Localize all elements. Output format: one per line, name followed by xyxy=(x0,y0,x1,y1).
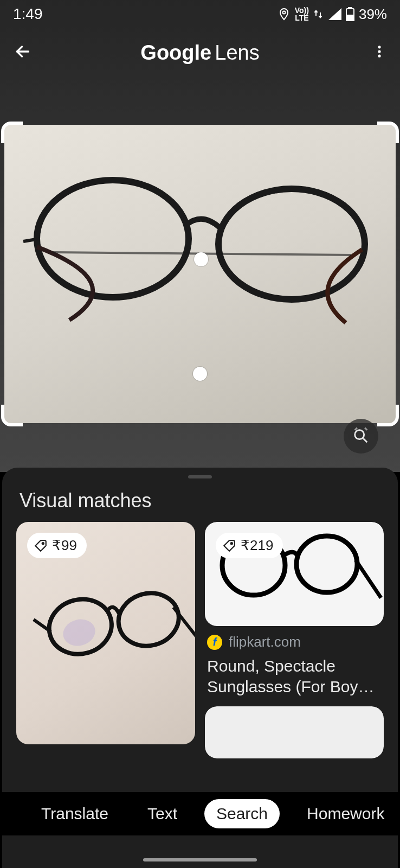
result-card[interactable]: ₹99 xyxy=(16,522,195,744)
volte-label: Vo)) xyxy=(295,7,309,14)
crop-handle-bottom-right[interactable] xyxy=(377,405,399,426)
result-thumbnail: ₹219 xyxy=(205,522,384,626)
app-title-bold: Google xyxy=(140,41,211,65)
price-tag-icon xyxy=(222,539,236,553)
svg-point-12 xyxy=(113,586,185,653)
source-domain: flipkart.com xyxy=(229,634,301,650)
price-value: ₹219 xyxy=(241,537,273,554)
more-options-button[interactable] xyxy=(372,44,387,61)
price-chip: ₹219 xyxy=(216,533,283,558)
svg-point-17 xyxy=(231,542,233,544)
crop-handle-top-left[interactable] xyxy=(1,122,23,143)
app-bar: Google Lens xyxy=(0,28,400,77)
svg-point-4 xyxy=(378,46,380,48)
price-tag-icon xyxy=(34,539,48,553)
price-value: ₹99 xyxy=(52,537,77,554)
svg-point-6 xyxy=(378,55,380,58)
crop-handle-bottom-left[interactable] xyxy=(1,405,23,426)
sheet-title: Visual matches xyxy=(2,478,398,522)
svg-point-5 xyxy=(378,50,380,53)
battery-icon xyxy=(346,7,354,21)
tab-text[interactable]: Text xyxy=(136,799,189,828)
result-card[interactable]: ₹219 f flipkart.com Round, Spectacle Sun… xyxy=(205,522,384,697)
svg-point-13 xyxy=(60,616,98,649)
svg-point-8 xyxy=(218,189,365,299)
tab-search[interactable]: Search xyxy=(204,799,280,828)
back-button[interactable] xyxy=(13,42,33,63)
crop-handle-top-right[interactable] xyxy=(377,122,399,143)
eyeglasses-illustration xyxy=(21,174,378,326)
svg-point-0 xyxy=(282,11,285,14)
tab-translate[interactable]: Translate xyxy=(29,799,120,828)
crop-frame[interactable] xyxy=(4,125,396,423)
flipkart-favicon: f xyxy=(207,635,222,650)
svg-point-14 xyxy=(42,542,44,544)
svg-point-7 xyxy=(37,180,189,297)
focus-point-2[interactable] xyxy=(193,367,207,381)
signal-icon xyxy=(327,8,341,20)
tab-homework[interactable]: Homework xyxy=(295,799,396,828)
image-search-button[interactable] xyxy=(344,419,378,454)
app-title: Google Lens xyxy=(140,41,259,65)
result-title: Round, Spectacle Sunglasses (For Boys &… xyxy=(207,656,382,697)
price-chip: ₹99 xyxy=(27,533,87,558)
mode-tabs: Translate Text Search Homework Shopping xyxy=(0,792,400,835)
result-thumbnail xyxy=(205,706,384,758)
result-meta: f flipkart.com Round, Spectacle Sunglass… xyxy=(205,626,384,697)
status-bar: 1:49 Vo)) LTE 39% xyxy=(0,0,400,28)
svg-rect-3 xyxy=(346,15,354,21)
svg-point-16 xyxy=(296,536,357,592)
lte-label: LTE xyxy=(295,14,308,22)
result-card[interactable] xyxy=(205,706,384,758)
status-time: 1:49 xyxy=(13,5,43,23)
battery-percent: 39% xyxy=(359,6,387,23)
result-thumbnail: ₹99 xyxy=(16,522,195,744)
network-arrows-icon xyxy=(313,8,323,20)
location-icon xyxy=(278,8,291,21)
app-title-light: Lens xyxy=(215,41,259,65)
status-icons: Vo)) LTE 39% xyxy=(278,6,387,23)
svg-rect-2 xyxy=(349,7,352,9)
gesture-nav-bar[interactable] xyxy=(143,858,257,861)
focus-point-1[interactable] xyxy=(194,252,208,266)
svg-point-10 xyxy=(355,430,364,439)
